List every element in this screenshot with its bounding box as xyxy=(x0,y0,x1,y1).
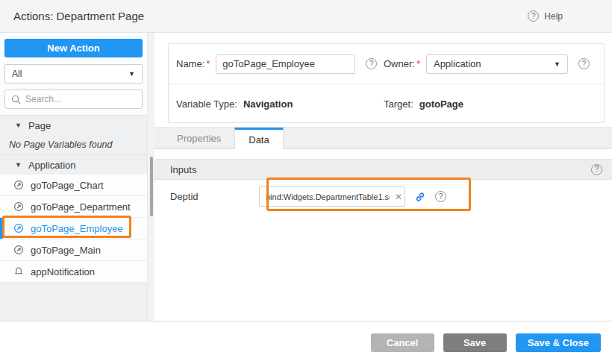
section-header-application[interactable]: ▼ Application xyxy=(0,154,147,175)
tab-properties[interactable]: Properties xyxy=(163,128,234,148)
chevron-down-icon: ▼ xyxy=(128,70,135,78)
owner-field-group: Owner:* Application ▼ ? xyxy=(384,54,590,74)
variable-type-value: Navigation xyxy=(243,98,293,110)
detail-tab-bar: Properties Data xyxy=(154,127,612,149)
bind-expression-input[interactable] xyxy=(259,186,405,207)
sidebar-item-gotopage-department[interactable]: goToPage_Department xyxy=(0,196,147,218)
sidebar-item-label: appNotification xyxy=(31,266,95,277)
filter-selected-value: All xyxy=(12,69,22,79)
sidebar-scrollbar-thumb[interactable] xyxy=(150,157,153,216)
action-detail-panel: Name:* ? Owner:* Application ▼ ? Variabl… xyxy=(154,33,612,321)
help-label: Help xyxy=(544,11,563,22)
selected-indicator-bar xyxy=(0,218,3,239)
navigation-variable-icon xyxy=(13,201,24,212)
clear-binding-icon[interactable]: ✕ xyxy=(395,192,402,201)
navigation-variable-icon xyxy=(13,245,24,255)
help-button[interactable]: ? Help xyxy=(528,10,563,22)
section-label: Application xyxy=(28,160,76,171)
help-icon: ? xyxy=(528,10,539,22)
help-icon[interactable]: ? xyxy=(578,58,590,69)
collapse-arrow-icon: ▼ xyxy=(15,161,22,169)
save-button[interactable]: Save xyxy=(443,333,507,352)
section-header-page[interactable]: ▼ Page xyxy=(0,115,147,135)
sidebar-item-gotopage-chart[interactable]: goToPage_Chart xyxy=(0,175,147,196)
bind-input-box: ✕ xyxy=(259,186,405,207)
form-row-name-owner: Name:* ? Owner:* Application ▼ ? xyxy=(169,44,604,84)
search-input[interactable] xyxy=(25,94,130,104)
input-param-label: Deptid xyxy=(154,191,259,202)
dialog-footer: Cancel Save Save & Close xyxy=(0,321,612,364)
help-icon[interactable]: ? xyxy=(435,191,446,202)
cancel-button[interactable]: Cancel xyxy=(371,333,434,352)
help-icon[interactable]: ? xyxy=(591,164,602,175)
search-icon xyxy=(11,95,21,104)
sidebar-item-label: goToPage_Chart xyxy=(31,180,104,191)
sidebar-filler xyxy=(0,283,147,321)
input-row-deptid: Deptid ✕ ? xyxy=(154,180,612,213)
navigation-variable-icon xyxy=(13,180,24,190)
name-input[interactable] xyxy=(216,54,355,74)
save-and-close-button[interactable]: Save & Close xyxy=(516,333,601,352)
sidebar-item-gotopage-main[interactable]: goToPage_Main xyxy=(0,239,147,261)
page-empty-message: No Page Variables found xyxy=(0,135,147,154)
variable-filter-select[interactable]: All ▼ xyxy=(4,64,143,84)
sidebar-item-label: goToPage_Employee xyxy=(31,223,123,234)
collapse-arrow-icon: ▼ xyxy=(15,122,22,129)
required-marker: * xyxy=(206,58,210,69)
form-row-type-target: Variable Type: Navigation Target: gotoPa… xyxy=(169,84,604,123)
actions-dialog: Actions: Department Page ? Help New Acti… xyxy=(0,0,612,364)
target-value: gotoPage xyxy=(419,98,463,110)
page-title: Actions: Department Page xyxy=(13,10,144,22)
owner-select[interactable]: Application ▼ xyxy=(426,54,568,74)
sidebar-item-label: goToPage_Department xyxy=(31,201,131,213)
owner-selected-value: Application xyxy=(434,58,481,69)
sidebar-item-label: goToPage_Main xyxy=(31,245,101,256)
inputs-title: Inputs xyxy=(170,164,196,175)
chevron-down-icon: ▼ xyxy=(554,60,561,68)
new-action-button[interactable]: New Action xyxy=(4,39,143,57)
required-marker: * xyxy=(416,58,420,69)
notification-variable-icon xyxy=(13,266,24,277)
tab-data[interactable]: Data xyxy=(234,128,283,149)
variable-type-group: Variable Type: Navigation xyxy=(176,98,293,110)
bind-link-icon[interactable] xyxy=(414,191,426,203)
search-box[interactable] xyxy=(4,90,143,109)
name-field-group: Name:* ? xyxy=(176,54,377,74)
variable-type-label: Variable Type: xyxy=(176,98,237,110)
navigation-variable-icon xyxy=(13,223,24,233)
variables-sidebar: New Action All ▼ ▼ Page No Page Variable… xyxy=(0,33,147,321)
sidebar-item-appnotification[interactable]: appNotification xyxy=(0,261,147,283)
help-icon[interactable]: ? xyxy=(366,58,377,69)
section-label: Page xyxy=(28,120,51,131)
sidebar-scrollbar[interactable] xyxy=(147,33,154,321)
target-group: Target: gotoPage xyxy=(384,98,463,110)
inputs-section-header: Inputs ? xyxy=(154,159,612,180)
dialog-header: Actions: Department Page ? Help xyxy=(0,0,612,33)
bind-field-group: ✕ ? xyxy=(259,186,446,207)
sidebar-item-gotopage-employee[interactable]: goToPage_Employee xyxy=(0,218,147,239)
action-summary-form: Name:* ? Owner:* Application ▼ ? Variabl… xyxy=(168,43,605,123)
target-label: Target: xyxy=(384,98,413,110)
name-label: Name:* xyxy=(176,58,210,69)
owner-label: Owner:* xyxy=(384,58,420,69)
